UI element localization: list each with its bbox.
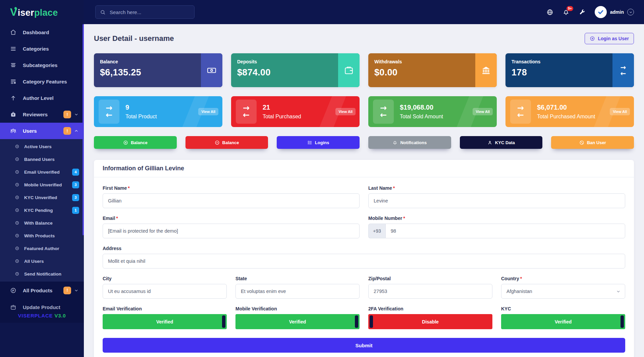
sidebar-item-subcategories[interactable]: Subcategories xyxy=(0,57,84,73)
toggle-knob xyxy=(621,315,624,328)
layers-icon xyxy=(10,62,17,68)
state-field[interactable] xyxy=(235,284,360,299)
submenu-item-send-notification[interactable]: Send Notification xyxy=(0,267,84,280)
toggle-knob xyxy=(355,315,358,328)
2fa-verification-label: 2FA Verification xyxy=(368,306,492,311)
dot-circle-icon xyxy=(15,195,20,200)
submenu-item-with-products[interactable]: With Products xyxy=(0,229,84,242)
ban-user-button[interactable]: Ban User xyxy=(551,136,634,149)
admin-menu[interactable]: admin xyxy=(595,6,634,18)
notifications-bell-icon[interactable]: 9+ xyxy=(562,9,570,16)
submenu-item-banned-users[interactable]: Banned Users xyxy=(0,153,84,166)
dial-code-prefix: +93 xyxy=(368,224,385,238)
logins-button[interactable]: Logins xyxy=(277,136,360,149)
sidebar-item-author-level[interactable]: Author Level xyxy=(0,90,84,106)
view-all-button[interactable]: View All xyxy=(198,108,218,115)
submenu-item-label: Send Notification xyxy=(24,272,61,277)
sidebar-item-label: All Products xyxy=(23,288,52,293)
view-all-button[interactable]: View All xyxy=(610,108,630,115)
submit-button[interactable]: Submit xyxy=(103,338,625,353)
user-icon xyxy=(487,140,492,145)
notifications-button[interactable]: Notifications xyxy=(368,136,451,149)
chevron-down-icon xyxy=(627,9,634,15)
last-name-field[interactable] xyxy=(368,193,625,208)
view-all-button[interactable]: View All xyxy=(473,108,493,115)
user-information-card: Information of Gillian Levine First Name… xyxy=(94,160,634,357)
mini-card-value: 9 xyxy=(125,104,157,111)
zip-postal-label: Zip/Postal xyxy=(368,276,492,281)
admin-name: admin xyxy=(610,9,624,15)
sidebar-item-all-products[interactable]: All Products ! xyxy=(0,282,84,299)
submenu-item-email-unverified[interactable]: Email Unverified 4 xyxy=(0,166,84,178)
exchange-arrows-icon: →← xyxy=(236,100,257,124)
2fa-verification-toggle[interactable]: Disable xyxy=(368,314,492,329)
kyc-toggle[interactable]: Verified xyxy=(501,314,625,329)
brand-logo-v: V xyxy=(10,6,17,18)
mini-card-value: $19,068.00 xyxy=(400,104,443,111)
address-field[interactable] xyxy=(103,254,625,269)
settings-wrench-icon[interactable] xyxy=(579,9,586,16)
country-select[interactable]: Afghanistan xyxy=(501,284,625,299)
email-field[interactable] xyxy=(103,224,360,238)
sidebar-item-reviewers[interactable]: Reviewers ! xyxy=(0,106,84,123)
submenu-item-kyc-pending[interactable]: KYC Pending 1 xyxy=(0,204,84,217)
language-globe-icon[interactable] xyxy=(546,9,553,16)
sidebar-item-label: Reviewers xyxy=(23,112,48,117)
submenu-item-kyc-unverified[interactable]: KYC Unverified 3 xyxy=(0,191,84,204)
kyc-data-button[interactable]: KYC Data xyxy=(460,136,543,149)
menu-lines-icon xyxy=(10,46,17,52)
dot-circle-icon xyxy=(15,144,20,149)
money-bill-icon xyxy=(201,53,222,87)
list-check-icon xyxy=(307,140,312,145)
subtract-balance-button[interactable]: Balance xyxy=(185,136,268,149)
address-label: Address xyxy=(103,246,625,251)
add-balance-button[interactable]: Balance xyxy=(94,136,177,149)
submenu-item-label: KYC Pending xyxy=(24,208,53,213)
brand-logo[interactable]: Viserplace xyxy=(0,0,84,24)
sidebar-scrollbar[interactable] xyxy=(83,24,84,235)
country-label: Country* xyxy=(501,276,625,281)
sidebar-item-update-product[interactable]: Update Product xyxy=(0,299,84,310)
mobile-number-field[interactable] xyxy=(385,224,625,238)
first-name-field[interactable] xyxy=(103,193,360,208)
users-group-icon xyxy=(10,128,17,134)
view-all-button[interactable]: View All xyxy=(335,108,356,115)
dot-circle-icon xyxy=(15,170,20,174)
mini-card-value: 21 xyxy=(263,104,301,111)
email-verification-toggle[interactable]: Verified xyxy=(103,314,227,329)
sidebar-item-dashboard[interactable]: Dashboard xyxy=(0,24,84,41)
bell-icon xyxy=(392,140,397,145)
zip-postal-field[interactable] xyxy=(368,284,492,299)
mini-card-label: Total Sold Amount xyxy=(400,114,443,120)
mini-card-label: Total Purchased xyxy=(263,114,301,120)
stat-label: Withdrawals xyxy=(374,59,475,64)
submenu-item-featured-author[interactable]: Featured Author xyxy=(0,242,84,255)
stat-card-deposits: Deposits $874.00 xyxy=(231,53,360,87)
sidebar-footer: VISERPLACEV3.0 xyxy=(0,310,84,323)
submenu-item-label: Featured Author xyxy=(24,246,59,251)
mobile-verification-toggle[interactable]: Verified xyxy=(235,314,360,329)
stat-value: 178 xyxy=(512,67,612,78)
submenu-item-mobile-unverified[interactable]: Mobile Unverified 3 xyxy=(0,178,84,191)
count-badge: 3 xyxy=(72,181,79,188)
sidebar-item-users[interactable]: Users ! xyxy=(0,123,84,139)
city-field[interactable] xyxy=(103,284,227,299)
count-badge: 1 xyxy=(72,207,79,214)
stat-label: Balance xyxy=(100,59,201,64)
login-as-user-button[interactable]: Login as User xyxy=(585,33,634,44)
submenu-item-all-users[interactable]: All Users xyxy=(0,255,84,267)
plus-circle-icon xyxy=(123,140,128,145)
sidebar: Viserplace Dashboard Categories Subcateg… xyxy=(0,0,84,357)
submenu-item-active-users[interactable]: Active Users xyxy=(0,140,84,153)
search-box xyxy=(95,5,195,19)
list-box-icon xyxy=(10,78,17,85)
sidebar-item-categories[interactable]: Categories xyxy=(0,41,84,57)
mini-card-total-purchased-amount: →← $6,071.00 Total Purchased Amount View… xyxy=(505,96,634,127)
submenu-item-with-balance[interactable]: With Balance xyxy=(0,217,84,229)
stat-card-balance: Balance $6,135.25 xyxy=(94,53,222,87)
sidebar-nav: Dashboard Categories Subcategories Categ… xyxy=(0,24,84,357)
stat-cards-row: Balance $6,135.25 Deposits $874.00 Withd… xyxy=(94,53,634,87)
sidebar-item-category-features[interactable]: Category Features xyxy=(0,73,84,90)
main-content: User Detail - username Login as User Bal… xyxy=(84,24,644,357)
search-input[interactable] xyxy=(109,9,190,15)
